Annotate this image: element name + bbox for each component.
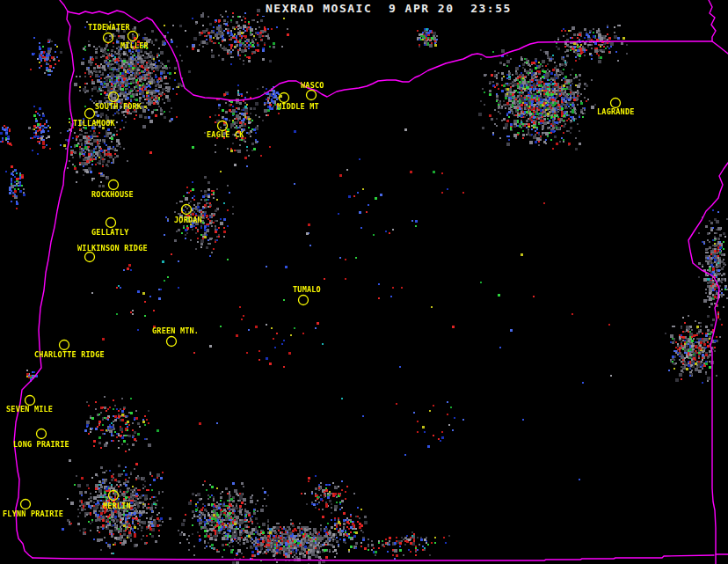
site-label: ROCKHOUSE xyxy=(91,190,134,199)
radar-site-marker[interactable]: TILLAMOOK xyxy=(73,109,116,128)
radar-site-marker[interactable]: ROCKHOUSE xyxy=(91,180,134,200)
site-label: MIDDLE MT xyxy=(277,102,319,111)
state-border-lines xyxy=(14,0,728,564)
radar-sites-layer: TIDEWATERMILLERSOUTH FORKTILLAMOOKEAGLE … xyxy=(3,23,635,518)
site-circle-icon[interactable] xyxy=(109,92,119,102)
radar-site-marker[interactable]: TIDEWATER xyxy=(88,23,131,43)
site-circle-icon[interactable] xyxy=(60,341,69,350)
site-label: CHARLOTTE RIDGE xyxy=(34,350,105,359)
site-circle-icon[interactable] xyxy=(21,500,31,509)
site-label: GREEN MTN. xyxy=(152,326,199,335)
radar-site-marker[interactable]: LONG PRAIRIE xyxy=(13,429,69,450)
site-label: MILLER xyxy=(120,41,149,50)
site-label: LAGRANDE xyxy=(597,107,635,116)
site-label: WASCO xyxy=(301,81,324,90)
radar-site-marker[interactable]: MILLER xyxy=(120,32,149,51)
radar-site-marker[interactable]: EAGLE CK xyxy=(207,121,244,140)
site-label: EAGLE CK xyxy=(207,130,244,139)
site-circle-icon[interactable] xyxy=(109,491,119,501)
site-circle-icon[interactable] xyxy=(307,91,317,100)
state-border-line xyxy=(68,11,712,100)
radar-site-marker[interactable]: WASCO xyxy=(301,81,324,100)
site-circle-icon[interactable] xyxy=(218,121,228,131)
radar-site-marker[interactable]: GELLATLY xyxy=(91,218,129,238)
site-label: GELLATLY xyxy=(91,228,129,237)
site-circle-icon[interactable] xyxy=(182,205,192,215)
radar-site-marker[interactable]: SOUTH FORK xyxy=(95,92,142,112)
map-overlay: TIDEWATERMILLERSOUTH FORKTILLAMOOKEAGLE … xyxy=(0,0,728,564)
site-label: WILKINSON RIDGE xyxy=(77,244,148,253)
site-circle-icon[interactable] xyxy=(37,429,47,439)
site-circle-icon[interactable] xyxy=(167,337,177,347)
site-circle-icon[interactable] xyxy=(280,93,289,103)
radar-site-marker[interactable]: CHARLOTTE RIDGE xyxy=(34,341,105,360)
radar-site-marker[interactable]: SEVEN MILE xyxy=(6,396,53,414)
radar-site-marker[interactable]: TUMALO xyxy=(293,285,321,305)
state-border-line xyxy=(688,163,728,564)
radar-site-marker[interactable]: GREEN MTN. xyxy=(152,326,199,347)
radar-site-marker[interactable]: FLYNN PRAIRIE xyxy=(3,500,63,519)
radar-site-marker[interactable]: LAGRANDE xyxy=(597,99,635,117)
state-border-line xyxy=(709,0,728,54)
site-circle-icon[interactable] xyxy=(611,99,621,108)
site-label: MERLIN xyxy=(103,502,131,510)
site-circle-icon[interactable] xyxy=(85,109,95,119)
state-border-line xyxy=(14,0,74,558)
site-circle-icon[interactable] xyxy=(25,396,35,406)
site-label: FLYNN PRAIRIE xyxy=(3,509,63,518)
site-circle-icon[interactable] xyxy=(106,218,116,228)
site-label: JORDAN xyxy=(174,216,202,224)
radar-site-marker[interactable]: MIDDLE MT xyxy=(277,93,319,112)
site-label: LONG PRAIRIE xyxy=(13,440,69,449)
site-circle-icon[interactable] xyxy=(299,296,309,305)
nexrad-mosaic-window: TIDEWATERMILLERSOUTH FORKTILLAMOOKEAGLE … xyxy=(0,0,728,564)
site-label: SOUTH FORK xyxy=(95,102,142,111)
site-circle-icon[interactable] xyxy=(85,253,95,262)
state-border-line xyxy=(33,555,714,560)
site-label: TILLAMOOK xyxy=(73,119,116,128)
site-circle-icon[interactable] xyxy=(104,33,113,43)
radar-site-marker[interactable]: MERLIN xyxy=(103,491,131,511)
site-circle-icon[interactable] xyxy=(109,180,119,190)
site-label: SEVEN MILE xyxy=(6,405,53,414)
page-title: NEXRAD MOSAIC 9 APR 20 23:55 xyxy=(262,1,515,16)
radar-site-marker[interactable]: JORDAN xyxy=(174,205,202,225)
site-label: TUMALO xyxy=(293,285,321,294)
site-label: TIDEWATER xyxy=(88,23,131,32)
radar-site-marker[interactable]: WILKINSON RIDGE xyxy=(77,244,148,262)
site-circle-icon[interactable] xyxy=(128,32,138,41)
